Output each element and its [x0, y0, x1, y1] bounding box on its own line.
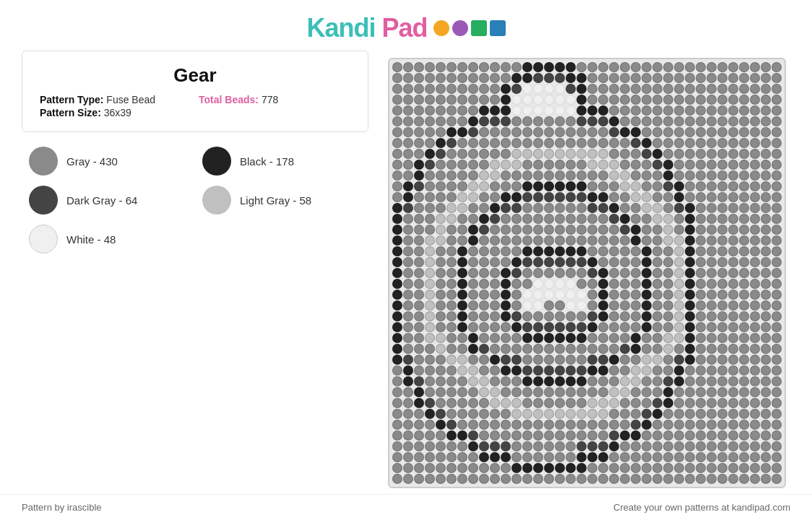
- bead: [522, 95, 532, 105]
- bead: [425, 95, 435, 105]
- bead: [522, 300, 532, 311]
- bead: [642, 246, 652, 256]
- bead: [446, 105, 457, 116]
- bead: [425, 430, 435, 441]
- color-entry-light-gray: Light Gray - 58: [202, 186, 361, 214]
- bead: [501, 376, 511, 386]
- bead: [631, 235, 641, 246]
- bead: [587, 311, 597, 321]
- bead: [696, 246, 706, 256]
- bead: [501, 387, 511, 397]
- bead: [511, 235, 522, 246]
- bead: [436, 62, 446, 72]
- bead: [587, 333, 597, 343]
- bead: [501, 398, 511, 408]
- bead: [717, 95, 727, 105]
- bead: [576, 333, 587, 343]
- bead: [522, 333, 532, 343]
- bead: [468, 138, 478, 148]
- bead: [772, 160, 782, 170]
- bead: [468, 365, 478, 376]
- bead: [511, 387, 522, 397]
- bead: [663, 203, 673, 213]
- bead: [663, 430, 673, 441]
- bead: [436, 170, 446, 181]
- bead: [598, 138, 608, 148]
- bead: [587, 192, 597, 202]
- bead: [609, 387, 619, 397]
- bead: [501, 73, 511, 83]
- bead: [392, 463, 402, 473]
- bead: [609, 116, 619, 126]
- bead: [544, 235, 554, 246]
- bead: [739, 235, 749, 246]
- bead: [392, 355, 402, 365]
- color-legend: Gray - 430Black - 178Dark Gray - 64Light…: [22, 147, 368, 254]
- bead: [674, 225, 684, 235]
- bead: [490, 160, 500, 170]
- bead: [739, 95, 749, 105]
- bead: [620, 257, 630, 267]
- bead: [652, 311, 662, 321]
- bead: [598, 387, 608, 397]
- bead: [772, 333, 782, 343]
- bead: [403, 192, 413, 202]
- bead: [576, 73, 587, 83]
- bead: [652, 376, 662, 386]
- bead: [522, 105, 532, 116]
- bead: [511, 127, 522, 137]
- bead: [728, 333, 738, 343]
- bead: [468, 300, 478, 311]
- bead: [522, 62, 532, 72]
- bead: [425, 452, 435, 462]
- bead: [490, 181, 500, 191]
- bead: [576, 127, 587, 137]
- bead: [522, 365, 532, 376]
- bead: [392, 160, 402, 170]
- bead: [728, 463, 738, 473]
- bead: [446, 127, 457, 137]
- bead: [674, 409, 684, 419]
- bead: [707, 365, 717, 376]
- bead: [457, 322, 467, 332]
- bead: [739, 344, 749, 354]
- bead: [522, 387, 532, 397]
- bead: [717, 279, 727, 289]
- bead: [468, 160, 478, 170]
- bead: [544, 225, 554, 235]
- bead: [728, 257, 738, 267]
- bead: [414, 95, 424, 105]
- bead: [501, 268, 511, 278]
- bead: [403, 474, 413, 484]
- bead: [707, 73, 717, 83]
- bead: [663, 257, 673, 267]
- bead: [598, 441, 608, 451]
- bead: [707, 290, 717, 300]
- bead: [728, 170, 738, 181]
- bead: [555, 333, 565, 343]
- bead: [717, 398, 727, 408]
- bead: [555, 376, 565, 386]
- bead: [392, 430, 402, 441]
- bead: [652, 365, 662, 376]
- bead: [566, 127, 576, 137]
- bead: [728, 452, 738, 462]
- bead: [685, 344, 695, 354]
- bead: [446, 62, 457, 72]
- bead: [403, 235, 413, 246]
- bead: [631, 192, 641, 202]
- bead: [652, 138, 662, 148]
- bead: [685, 84, 695, 94]
- bead: [663, 62, 673, 72]
- bead: [457, 474, 467, 484]
- left-panel: Gear Pattern Type: Fuse Bead Total Beads…: [22, 51, 368, 513]
- bead: [566, 192, 576, 202]
- bead: [403, 160, 413, 170]
- bead: [707, 333, 717, 343]
- bead: [576, 398, 587, 408]
- bead: [468, 127, 478, 137]
- bead: [696, 452, 706, 462]
- bead: [717, 430, 727, 441]
- bead: [750, 452, 760, 462]
- bead: [761, 387, 771, 397]
